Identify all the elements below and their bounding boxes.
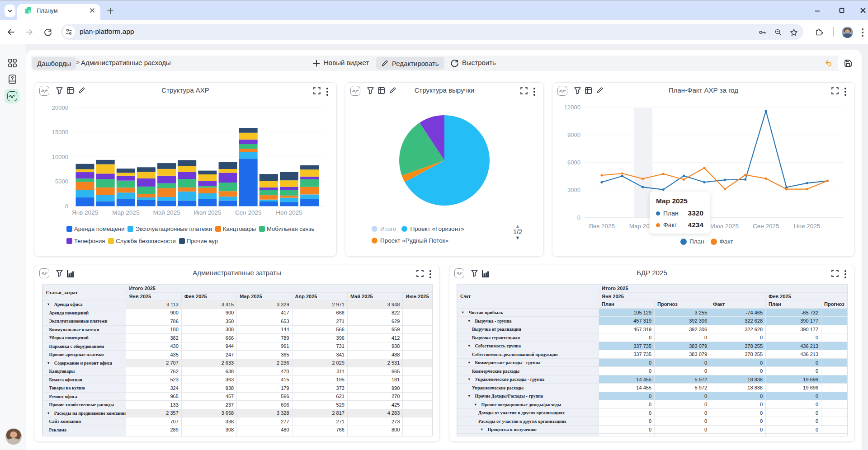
svg-text:Сен 2025: Сен 2025 [753,223,779,230]
svg-text:5000: 5000 [55,178,68,185]
svg-text:Янв 2025: Янв 2025 [589,223,615,230]
svg-text:3000: 3000 [567,187,580,193]
svg-text:Ноя 2025: Ноя 2025 [276,209,302,216]
svg-text:10000: 10000 [52,154,68,160]
svg-text:Янв 2025: Янв 2025 [72,209,98,216]
svg-text:Июл 2025: Июл 2025 [193,209,221,216]
svg-text:20000: 20000 [52,104,68,111]
svg-text:Ноя 2025: Ноя 2025 [794,223,820,230]
svg-text:6000: 6000 [567,159,580,166]
svg-text:Июл 2025: Июл 2025 [711,223,739,230]
svg-text:0: 0 [65,203,68,210]
svg-text:Май 2025: Май 2025 [153,209,180,216]
svg-text:Сен 2025: Сен 2025 [235,209,262,216]
svg-text:9000: 9000 [567,131,580,138]
svg-text:Мар 2025: Мар 2025 [112,209,139,216]
svg-text:0: 0 [577,214,580,221]
svg-text:12000: 12000 [564,104,580,111]
svg-text:15000: 15000 [52,129,68,136]
